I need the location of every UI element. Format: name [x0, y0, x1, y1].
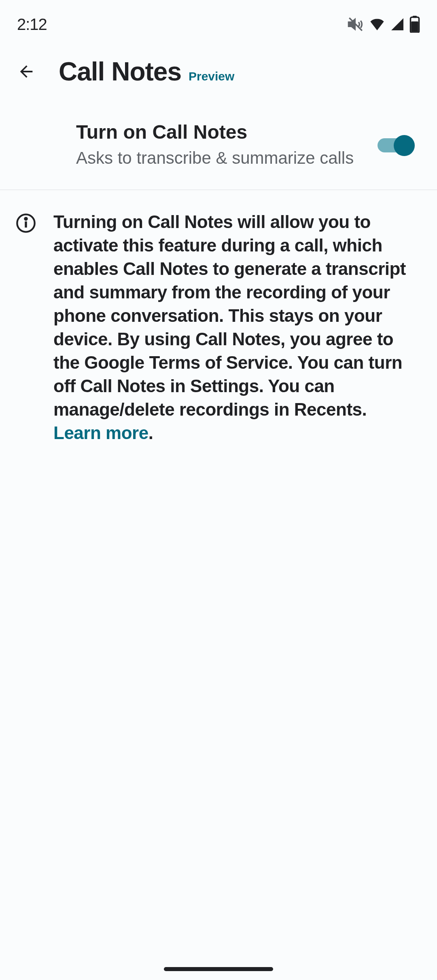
toggle-thumb	[394, 135, 415, 156]
setting-text: Turn on Call Notes Asks to transcribe & …	[76, 121, 378, 169]
svg-rect-3	[411, 21, 418, 32]
arrow-back-icon	[17, 62, 36, 81]
mute-icon	[347, 16, 364, 33]
status-icons	[347, 16, 420, 33]
status-bar: 2:12	[0, 0, 437, 40]
setting-title: Turn on Call Notes	[76, 121, 378, 143]
setting-subtitle: Asks to transcribe & summarize calls	[76, 147, 378, 169]
back-button[interactable]	[16, 61, 36, 82]
wifi-icon	[369, 16, 385, 32]
page-title: Call Notes	[59, 57, 181, 87]
info-icon	[15, 213, 36, 234]
nav-handle[interactable]	[164, 967, 273, 971]
preview-badge: Preview	[189, 70, 234, 83]
learn-more-link[interactable]: Learn more	[53, 423, 148, 443]
toggle-switch[interactable]	[378, 137, 415, 153]
signal-icon	[390, 17, 405, 32]
info-period: .	[148, 423, 153, 443]
svg-point-6	[25, 218, 27, 220]
header: Call Notes Preview	[0, 40, 437, 107]
status-time: 2:12	[17, 15, 47, 34]
info-body: Turning on Call Notes will allow you to …	[53, 212, 406, 420]
battery-icon	[409, 16, 420, 33]
setting-row[interactable]: Turn on Call Notes Asks to transcribe & …	[0, 107, 437, 190]
title-wrap: Call Notes Preview	[59, 57, 234, 87]
info-text: Turning on Call Notes will allow you to …	[53, 210, 415, 445]
info-section: Turning on Call Notes will allow you to …	[0, 190, 437, 465]
